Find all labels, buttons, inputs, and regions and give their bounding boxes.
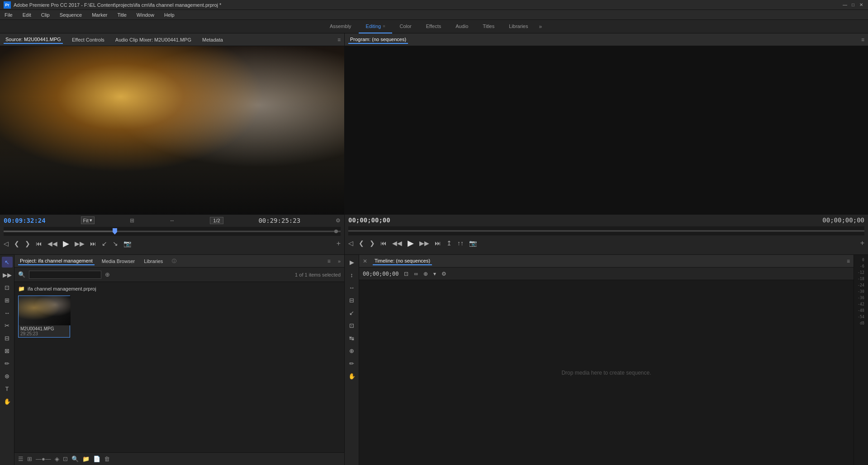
delete-button[interactable]: 🗑 — [104, 456, 110, 462]
mark-in-button[interactable]: ❮ — [14, 240, 19, 247]
program-mark-out-button[interactable]: ❯ — [370, 240, 375, 247]
project-tab-libraries[interactable]: Libraries — [142, 258, 165, 265]
program-extract-button[interactable]: ↑↑ — [457, 240, 464, 247]
source-tab-metadata[interactable]: Metadata — [200, 36, 225, 43]
step-back-button[interactable]: ◀◀ — [47, 240, 57, 247]
selection-tool[interactable]: ↖ — [2, 257, 13, 268]
timeline-add-markers-button[interactable]: ⊕ — [423, 271, 428, 277]
go-to-out-button[interactable]: ⏭ — [90, 240, 96, 247]
menu-marker[interactable]: Marker — [90, 11, 109, 19]
timeline-tool-10[interactable]: ✋ — [346, 371, 357, 381]
program-mark-button[interactable]: ❮ — [359, 240, 364, 247]
timeline-unlink-button[interactable]: ∞ — [414, 271, 418, 277]
source-settings-icon[interactable]: ⚙ — [336, 217, 341, 224]
timeline-snap-button[interactable]: ⊡ — [404, 271, 408, 277]
export-frame-button[interactable]: 📷 — [123, 240, 131, 247]
program-export-frame-button[interactable]: 📷 — [469, 240, 477, 247]
insert-button[interactable]: ↙ — [102, 240, 107, 247]
program-add-button[interactable]: + — [860, 239, 864, 247]
timeline-tool-1[interactable]: ▶ — [346, 257, 357, 268]
source-scrubber[interactable] — [4, 227, 341, 236]
scrubber-playhead[interactable] — [113, 228, 117, 235]
icon-view-button[interactable]: ⊞ — [27, 456, 32, 462]
workspace-tab-audio[interactable]: Audio — [448, 20, 475, 33]
close-button[interactable]: ✕ — [858, 2, 864, 8]
timeline-tool-4[interactable]: ⊟ — [346, 295, 357, 305]
project-info-icon[interactable]: ⓘ — [172, 258, 176, 264]
program-step-forward-button[interactable]: ▶▶ — [419, 240, 429, 247]
clip-thumbnail-m2u00441[interactable]: M2U00441.MPG 29:25:23 — [18, 296, 70, 338]
timeline-tool-2[interactable]: ↕ — [346, 269, 357, 280]
timeline-tool-5[interactable]: ↙ — [346, 307, 357, 318]
project-root-item[interactable]: 📁 ifa channel management.prproj — [18, 286, 341, 292]
new-bin-button[interactable]: 📁 — [82, 456, 90, 462]
source-fit-dropdown[interactable]: Fit ▾ — [81, 216, 95, 224]
go-to-in-button[interactable]: ⏮ — [36, 240, 42, 247]
menu-help[interactable]: Help — [162, 11, 176, 19]
timeline-tool-9[interactable]: ✏ — [346, 358, 357, 369]
maximize-button[interactable]: □ — [850, 2, 856, 8]
timeline-close-icon[interactable]: ✕ — [363, 258, 367, 264]
workspace-tab-color[interactable]: Color — [392, 20, 418, 33]
workspace-tab-assembly[interactable]: Assembly — [323, 20, 359, 33]
project-panel-menu-icon[interactable]: ≡ — [327, 258, 331, 264]
source-quality-dropdown[interactable]: 1/2 — [210, 217, 223, 224]
fit-to-window-tool[interactable]: ⊛ — [2, 371, 13, 381]
program-lift-button[interactable]: ↥ — [446, 240, 452, 247]
timeline-tool-7[interactable]: ↹ — [346, 333, 357, 343]
slip-tool[interactable]: ⊟ — [2, 333, 13, 343]
program-go-to-out-button[interactable]: ⏭ — [435, 240, 441, 247]
razor-tool[interactable]: ✂ — [2, 320, 13, 331]
workspace-more-button[interactable]: » — [535, 23, 545, 30]
workspace-tab-titles[interactable]: Titles — [475, 20, 502, 33]
new-item-button[interactable]: 📄 — [93, 456, 100, 462]
project-tab-project[interactable]: Project: ifa channel management — [18, 257, 95, 265]
mark-out-button[interactable]: ❯ — [25, 240, 30, 247]
timeline-settings-button[interactable]: ▾ — [433, 271, 436, 277]
sort-icon[interactable]: ◈ — [55, 456, 59, 462]
project-search-icon[interactable]: 🔍 — [18, 271, 25, 278]
icon-size-slider[interactable]: —●— — [36, 456, 51, 462]
timeline-wrench-button[interactable]: ⚙ — [441, 271, 446, 277]
project-panel-expand-icon[interactable]: » — [338, 258, 341, 264]
slide-tool[interactable]: ⊠ — [2, 345, 13, 356]
program-mark-in-button[interactable]: ◁ — [348, 240, 353, 247]
program-panel-menu-icon[interactable]: ≡ — [861, 37, 864, 43]
source-panel-menu-icon[interactable]: ≡ — [337, 37, 341, 43]
program-play-button[interactable]: ▶ — [408, 238, 414, 248]
timeline-tool-3[interactable]: ↔ — [346, 282, 357, 293]
scale-to-frame-icon[interactable]: ⊞ — [130, 217, 134, 224]
minimize-button[interactable]: — — [842, 2, 848, 8]
rolling-edit-tool[interactable]: ⊞ — [2, 295, 13, 305]
new-bin-icon[interactable]: ⊕ — [105, 271, 110, 278]
source-tab-effects[interactable]: Effect Controls — [70, 36, 106, 43]
program-step-back-button[interactable]: ◀◀ — [392, 240, 402, 247]
program-tab[interactable]: Program: (no sequences) — [348, 36, 408, 44]
menu-clip[interactable]: Clip — [39, 11, 52, 19]
timeline-tab[interactable]: Timeline: (no sequences) — [373, 257, 432, 265]
source-tab-audiomixer[interactable]: Audio Clip Mixer: M2U00441.MPG — [114, 36, 193, 43]
workspace-tab-libraries[interactable]: Libraries — [502, 20, 535, 33]
menu-sequence[interactable]: Sequence — [58, 11, 84, 19]
program-go-to-in-button[interactable]: ⏮ — [380, 240, 387, 247]
pen-tool[interactable]: ✏ — [2, 358, 13, 369]
automate-sequence-button[interactable]: ⊡ — [63, 456, 68, 462]
source-tab-source[interactable]: Source: M2U00441.MPG — [4, 36, 63, 44]
track-select-forward-tool[interactable]: ▶▶ — [2, 269, 13, 280]
ripple-edit-tool[interactable]: ⊡ — [2, 282, 13, 293]
project-tab-mediabrowser[interactable]: Media Browser — [100, 258, 137, 265]
hand-tool[interactable]: ✋ — [2, 396, 13, 407]
safe-margins-icon[interactable]: ↔ — [169, 217, 175, 224]
overwrite-button[interactable]: ↘ — [113, 240, 118, 247]
rate-stretch-tool[interactable]: ↔ — [2, 307, 13, 318]
program-scrubber[interactable] — [348, 226, 864, 235]
menu-file[interactable]: File — [3, 11, 14, 19]
play-stop-button[interactable]: ▶ — [63, 239, 69, 249]
timeline-tool-6[interactable]: ⊡ — [346, 320, 357, 331]
menu-window[interactable]: Window — [135, 11, 156, 19]
step-forward-button[interactable]: ▶▶ — [75, 240, 85, 247]
menu-title[interactable]: Title — [115, 11, 128, 19]
timeline-panel-menu-icon[interactable]: ≡ — [847, 258, 850, 264]
timeline-tool-8[interactable]: ⊕ — [346, 345, 357, 356]
type-tool[interactable]: T — [2, 383, 13, 394]
